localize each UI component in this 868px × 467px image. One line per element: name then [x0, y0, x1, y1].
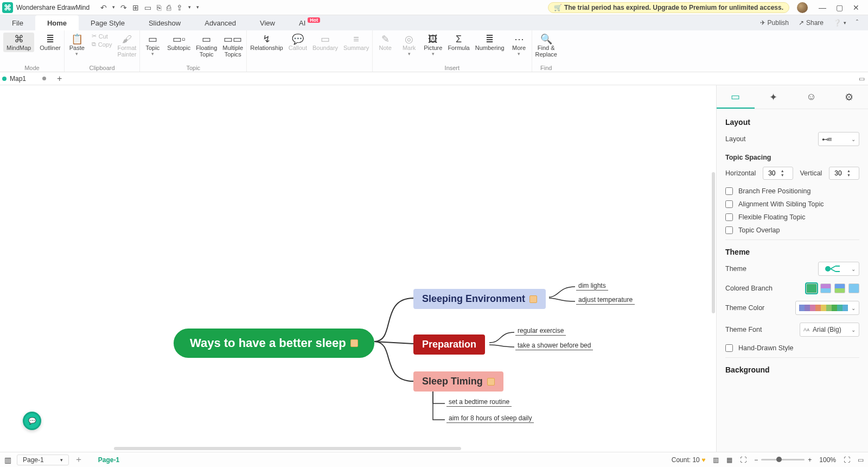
minimize-icon[interactable]: — [819, 3, 826, 12]
zoom-in-icon[interactable]: + [808, 456, 812, 464]
mode-mindmap-button[interactable]: ⌘ MindMap [3, 33, 34, 52]
hand-drawn-checkbox[interactable]: Hand-Drawn Style [725, 344, 859, 352]
formula-button[interactable]: ΣFormula [448, 33, 469, 51]
subtopic-regular-exercise[interactable]: regular exercise [515, 327, 566, 336]
branch-swatch-3[interactable] [834, 283, 845, 293]
theme-font-dropdown[interactable]: Aᴀ Arial (Big) ⌄ [800, 323, 859, 337]
topic-sleeping-environment[interactable]: Sleeping Environment [413, 289, 546, 309]
save-icon[interactable]: ⎘ [157, 3, 161, 12]
topic-sleep-timing[interactable]: Sleep Timing [413, 371, 503, 392]
theme-dropdown[interactable]: ⌄ [818, 262, 859, 276]
alignment-sibling-checkbox[interactable]: Alignment With Sibling Topic [725, 200, 859, 208]
zoom-slider-thumb[interactable] [776, 457, 782, 462]
export-icon[interactable]: ⇪ [176, 3, 183, 12]
paste-button[interactable]: 📋 Paste ▾ [68, 33, 86, 56]
menu-file[interactable]: File [0, 15, 35, 30]
page-dropdown[interactable]: Page-1 ▾ [17, 455, 69, 465]
maximize-icon[interactable]: ▢ [836, 3, 843, 12]
topic-button[interactable]: ▭Topic▾ [143, 33, 162, 56]
topic-preparation[interactable]: Preparation [413, 335, 485, 355]
subtopic-take-a-shower[interactable]: take a shower before bed [515, 342, 593, 350]
user-avatar[interactable] [797, 2, 808, 13]
horizontal-spacing-input[interactable]: ▲▼ [763, 167, 793, 180]
export-caret-icon[interactable]: ▾ [188, 4, 191, 13]
menu-home[interactable]: Home [35, 15, 79, 30]
mode-outliner-button[interactable]: ≣ Outliner [40, 33, 61, 51]
flexible-floating-checkbox[interactable]: Flexible Floating Topic [725, 213, 859, 221]
open-icon[interactable]: ▭ [144, 3, 151, 12]
view-mode-1-icon[interactable]: ▥ [713, 456, 719, 464]
subtopic-dim-lights[interactable]: dim lights [576, 282, 608, 291]
spin-up-icon[interactable]: ▲ [781, 169, 784, 173]
panel-tab-style[interactable]: ✦ [755, 85, 793, 109]
branch-swatch-4[interactable] [848, 283, 859, 293]
canvas-scrollbar-vertical[interactable] [712, 172, 715, 313]
close-icon[interactable]: ✕ [853, 3, 859, 12]
horizontal-spacing-value[interactable] [763, 169, 781, 177]
spin-down-icon[interactable]: ▼ [781, 173, 784, 178]
relationship-button[interactable]: ↯Relationship [250, 33, 283, 51]
subtopic-adjust-temperature[interactable]: adjust temperature [576, 296, 635, 305]
topic-overlap-checkbox[interactable]: Topic Overlap [725, 226, 859, 234]
cut-button[interactable]: ✂Cut [92, 33, 112, 40]
spin-up-icon[interactable]: ▲ [847, 169, 851, 173]
page-tab-1[interactable]: Page-1 [98, 456, 119, 464]
subtopic-button[interactable]: ▭▫Subtopic [167, 33, 190, 51]
subtopic-bedtime-routine[interactable]: set a bedtime routine [446, 398, 512, 407]
format-painter-button[interactable]: 🖌 Format Painter [117, 33, 136, 58]
zoom-slider[interactable]: − + [754, 456, 812, 464]
fullscreen-icon[interactable]: ⛶ [844, 456, 850, 464]
zoom-out-icon[interactable]: − [754, 456, 758, 464]
layout-dropdown[interactable]: ⊷≡ ⌄ [818, 132, 859, 146]
collapse-ribbon-button[interactable]: ˆ [856, 19, 858, 27]
numbering-button[interactable]: ≣Numbering [475, 33, 505, 51]
copy-button[interactable]: ⧉Copy [92, 41, 112, 48]
status-view-icon[interactable]: ▥ [4, 456, 11, 464]
boundary-button[interactable]: ▭Boundary [312, 33, 338, 51]
view-mode-2-icon[interactable]: ▦ [726, 456, 732, 464]
view-mode-3-icon[interactable]: ⛶ [740, 456, 746, 464]
panel-tab-settings[interactable]: ⚙ [830, 85, 868, 109]
mark-button[interactable]: ◎Mark▾ [400, 33, 418, 56]
multiple-topics-button[interactable]: ▭▭MultipleTopics [222, 33, 243, 58]
vertical-spacing-value[interactable] [829, 169, 847, 177]
theme-color-dropdown[interactable]: ⌄ [795, 301, 859, 315]
doc-tab-map1[interactable]: Map1 [10, 75, 26, 83]
note-button[interactable]: ✎Note [376, 33, 394, 51]
branch-swatch-1[interactable] [806, 283, 817, 293]
add-document-button[interactable]: + [57, 74, 62, 84]
panel-tab-icons[interactable]: ☺ [793, 85, 831, 109]
note-attached-icon[interactable] [529, 295, 537, 303]
find-replace-button[interactable]: 🔍Find &Replace [535, 33, 557, 58]
undo-icon[interactable]: ↶ [100, 3, 107, 12]
branch-free-checkbox[interactable]: Branch Free Positioning [725, 187, 859, 195]
callout-button[interactable]: 💬Callout [289, 33, 307, 51]
zoom-slider-track[interactable] [761, 459, 805, 460]
qat-more-icon[interactable]: ▾ [196, 4, 199, 13]
new-icon[interactable]: ⊞ [132, 3, 139, 12]
spin-down-icon[interactable]: ▼ [847, 173, 851, 178]
central-topic[interactable]: Ways to have a better sleep [174, 329, 374, 358]
more-insert-button[interactable]: ⋯More▾ [510, 33, 528, 56]
canvas-scrollbar-horizontal[interactable] [114, 447, 461, 450]
branch-swatch-2[interactable] [820, 283, 831, 293]
picture-button[interactable]: 🖼Picture▾ [424, 33, 442, 56]
chat-fab-button[interactable]: 💬 [23, 412, 41, 430]
print-icon[interactable]: ⎙ [167, 3, 171, 12]
menu-view[interactable]: View [248, 15, 287, 30]
share-button[interactable]: ↗Share [799, 19, 824, 27]
redo-icon[interactable]: ↷ [120, 3, 127, 12]
add-page-button[interactable]: ＋ [74, 454, 83, 465]
menu-ai[interactable]: AI Hot [287, 15, 332, 30]
trial-banner[interactable]: 🛒 The trial period has expired. Upgrade … [548, 2, 789, 13]
menu-slideshow[interactable]: Slideshow [137, 15, 193, 30]
fit-page-icon[interactable]: ▭ [858, 456, 864, 464]
panel-tab-layout[interactable]: ▭ [717, 85, 755, 109]
note-attached-icon[interactable] [487, 378, 495, 386]
undo-caret-icon[interactable]: ▾ [112, 4, 115, 13]
summary-button[interactable]: ≡Summary [343, 33, 369, 51]
doc-layout-toggle-button[interactable]: ▭ [859, 75, 865, 83]
menu-advanced[interactable]: Advanced [193, 15, 248, 30]
vertical-spacing-input[interactable]: ▲▼ [829, 167, 859, 180]
subtopic-8-hours[interactable]: aim for 8 hours of sleep daily [446, 414, 534, 423]
